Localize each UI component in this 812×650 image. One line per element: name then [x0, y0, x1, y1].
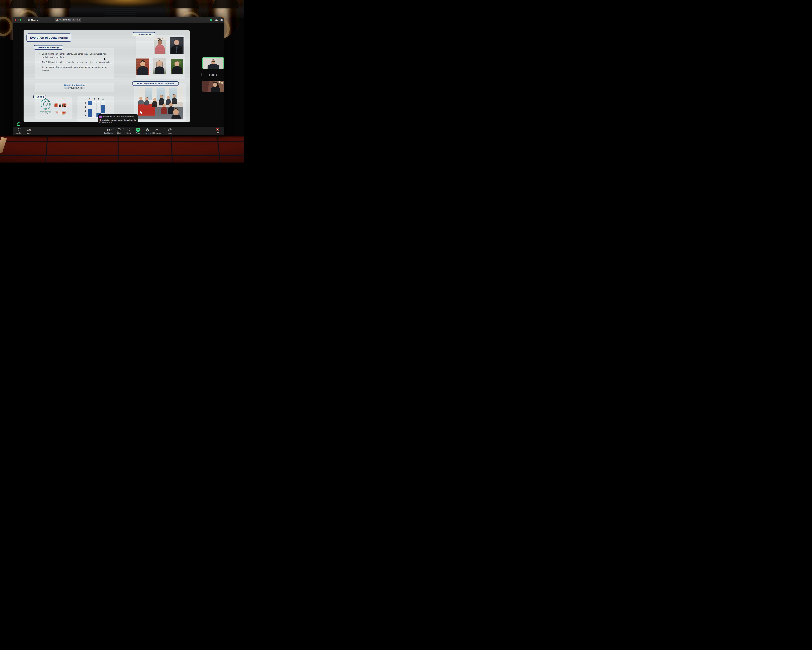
thanks-card: Thanks for listening! (hilbe@evolbio.mpg…: [35, 83, 114, 92]
view-layout-icon[interactable]: [221, 19, 223, 21]
mpi-text-line2: Evolutionsbiologie, Plön: [38, 112, 53, 114]
matrix-x-tick: 4: [102, 98, 104, 100]
matrix-x-tick: 2: [94, 98, 95, 100]
more-button[interactable]: ••• More: [164, 128, 176, 134]
notification-dot: [223, 17, 224, 18]
video-tile-active-speaker[interactable]: [202, 57, 224, 69]
caption-avatar-ff: FF: [99, 116, 102, 118]
matrix-y-tick: 2: [85, 106, 86, 108]
caption-text: Hmm. Yeah, that's a fantastic question. …: [99, 119, 137, 123]
person-body: [172, 66, 182, 75]
floor-seam: [118, 135, 119, 162]
presenter-mouse-cursor: [104, 58, 106, 61]
chandelier-ring: [0, 17, 12, 36]
mprg-group-photo: [138, 87, 183, 119]
panel-scroll-indicator[interactable]: [201, 73, 202, 76]
annotate-pencil-button[interactable]: [16, 121, 21, 126]
matrix-y-tick: 3: [85, 110, 86, 112]
video-tile-room-camera[interactable]: [202, 81, 224, 92]
erc-logo: erc: [54, 98, 71, 115]
more-label: More: [168, 132, 172, 134]
end-meeting-button[interactable]: End: [212, 128, 222, 134]
view-button-label[interactable]: View: [215, 19, 219, 21]
video-button[interactable]: Video: [23, 128, 35, 134]
funding-card: Max-Planck-Institut für Evolutionsbiolog…: [35, 96, 72, 119]
matrix-cell: [92, 101, 96, 105]
matrix-cell: [101, 101, 105, 105]
chat-label: Chat: [117, 132, 121, 134]
end-hexagon-icon: [216, 128, 219, 132]
matrix-cell: [92, 113, 96, 117]
matrix-cell: [92, 105, 96, 109]
audio-label: Audio: [17, 132, 21, 134]
audio-button[interactable]: Audio: [13, 128, 24, 134]
photo-laura-schmid: Laura Schmid: [153, 58, 166, 75]
shared-slide: Evolution of social norms Social norms c…: [24, 30, 190, 122]
stage-floor: [0, 135, 244, 162]
zoom-meeting-window: Meeting Christian Hilbe's screen ••• Vie…: [13, 17, 224, 135]
minimize-window-button[interactable]: [17, 19, 19, 21]
chandelier-shade: [44, 0, 73, 8]
person-head: [175, 61, 179, 66]
photo-martin-nowak: Martin Nowak: [170, 37, 183, 54]
meeting-title: Meeting: [31, 19, 38, 21]
fullscreen-window-button[interactable]: [20, 19, 21, 21]
shared-screen-pill[interactable]: Christian Hilbe's screen •••: [55, 18, 81, 22]
caption-avatar-photo: [99, 119, 102, 122]
security-shield-icon[interactable]: [210, 18, 212, 21]
pill-more-icon[interactable]: •••: [78, 19, 79, 21]
photo-krish-chatterjee: AUSTRIA IST Krish Chatterjee: [154, 37, 166, 54]
bullet-item: The field has interesting connections to…: [39, 61, 112, 64]
email-link[interactable]: (hilbe@evolbio.mpg.de): [35, 87, 114, 89]
bullet-item: It is an extremely active area with many…: [39, 66, 112, 72]
chandelier-shade: [171, 0, 200, 8]
local-mouse-cursor: [140, 111, 142, 114]
microphone-icon: [17, 128, 20, 132]
more-ellipsis-icon: •••: [168, 128, 171, 132]
hide-captions-button[interactable]: CC Hide captions: [151, 128, 163, 134]
participants-count-badge: 3: [111, 128, 111, 130]
chevron-down-icon[interactable]: [24, 19, 25, 20]
matrix-cell: [96, 101, 101, 105]
max-planck-logo: Max-Planck-Institut für Evolutionsbiolog…: [38, 99, 53, 117]
collaborators-label: Collaborators: [133, 32, 156, 37]
chandelier-shade: [212, 0, 240, 8]
shared-screen-label: Christian Hilbe's screen: [60, 19, 76, 21]
collaborators-card: AUSTRIA IST Krish Chatterjee Martin Nowa…: [136, 35, 185, 79]
take-home-card: Social norms can change in time, and hen…: [35, 48, 114, 79]
person-body: [155, 44, 165, 54]
matrix-cell: [96, 109, 101, 113]
person-head: [213, 83, 217, 87]
matrix-cell: [101, 109, 105, 113]
thanks-text: Thanks for listening!: [35, 84, 114, 86]
participants-button[interactable]: Participants: [103, 128, 114, 134]
video-label: Video: [27, 132, 31, 134]
end-label: End: [216, 132, 219, 134]
matrix-cell: [88, 113, 92, 117]
matrix-y-tick: 4: [85, 114, 86, 116]
mprg-label: MPRG Dynamics of Social Behavior: [132, 81, 179, 86]
presenter-avatar: [56, 19, 58, 21]
matrix-cell: [101, 105, 105, 109]
person-body: [155, 66, 164, 75]
participants-icon: [27, 19, 30, 21]
close-window-button[interactable]: [15, 19, 16, 21]
erc-logo-text: erc: [59, 103, 66, 108]
share-screen-icon: [136, 128, 140, 132]
cc-icon: CC: [155, 128, 159, 132]
matrix-y-tick: 1: [85, 102, 86, 104]
person-head: [157, 61, 162, 66]
hide-captions-label: Hide captions: [152, 132, 162, 134]
participants-icon: [107, 128, 110, 132]
person-body: [137, 66, 148, 75]
bullet-item: Social norms can change in time, and hen…: [39, 52, 112, 59]
floor-seam: [0, 155, 244, 156]
heart-icon: [127, 128, 130, 132]
host-tools-shield-icon: [146, 128, 149, 132]
react-label: React: [127, 132, 131, 134]
share-label: Share: [136, 132, 140, 134]
matrix-cell: [88, 101, 92, 105]
conference-room-photo: Meeting Christian Hilbe's screen ••• Vie…: [0, 0, 244, 162]
photo-josef-tkadlec: Josef Tkadlec: [171, 59, 183, 75]
caption-text: reputation, and thus the use of alarm ma…: [103, 116, 134, 118]
